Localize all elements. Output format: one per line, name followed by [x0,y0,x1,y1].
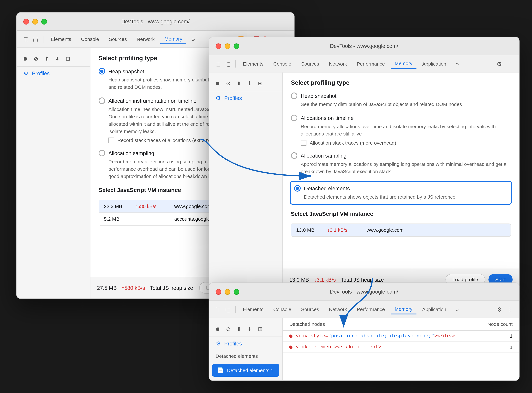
settings-icon-3[interactable]: ⚙ [495,305,503,313]
sidebar-toolbar-2: ⏺ ⊘ ⬆ ⬇ ⊞ [209,76,282,91]
alloc-checkbox-label-1: Record stack traces of allocations (extr… [117,138,216,143]
tab-sources-2[interactable]: Sources [297,59,323,68]
inspect-icon-3[interactable]: ⬚ [224,305,232,313]
tab-sources-3[interactable]: Sources [297,305,323,314]
node-count-2: 1 [510,344,513,350]
tab-elements-2[interactable]: Elements [239,59,267,68]
traffic-lights-1 [23,19,47,24]
tab-console-3[interactable]: Console [269,305,295,314]
cursor-icon-2[interactable]: ⌶ [214,59,222,68]
download-icon-3[interactable]: ⬇ [246,325,253,333]
heap-label-total-2: Total JS heap size [341,276,384,283]
profiling-title-2: Select profiling type [291,79,511,86]
alloc-label-1: Allocation instrumentation on timeline [108,98,197,104]
maximize-button-1[interactable] [41,19,47,24]
heap-rate-2: ↓3.1 kB/s [314,276,336,283]
alloc-checkbox-2[interactable] [301,140,306,146]
alloc-radio-1[interactable] [99,97,105,104]
more-icon-3[interactable]: ⋮ [506,305,514,313]
toolbar-2: ⌶ ⬚ Elements Console Sources Network Per… [209,55,519,73]
vm-size-1-1: 22.3 MB [104,203,128,209]
close-button-3[interactable] [216,289,221,295]
alloc-checkbox-1[interactable] [108,138,114,143]
tab-performance-2[interactable]: Performance [353,59,389,68]
detached-radio-row-2[interactable]: Detached elements [294,185,508,192]
minimize-button-3[interactable] [225,289,230,295]
window-2: DevTools - www.google.com/ ⌶ ⬚ Elements … [209,37,519,291]
tab-memory-3[interactable]: Memory [391,305,416,314]
inspect-icon-2[interactable]: ⬚ [224,59,232,68]
download-icon-2[interactable]: ⬇ [246,80,253,87]
tab-more-2[interactable]: » [452,59,463,68]
tab-elements-1[interactable]: Elements [47,34,75,44]
tab-sources-1[interactable]: Sources [105,34,131,44]
upload-icon-2[interactable]: ⬆ [235,80,242,87]
sidebar-item-profiles-3[interactable]: ⚙ Profiles [209,337,282,350]
toolbar-sep-1 [43,35,44,43]
tab-console-2[interactable]: Console [269,59,295,68]
toolbar-sep-3 [235,305,236,313]
vm-rate-1-1: ↑580 kB/s [135,203,168,209]
more-icon-2[interactable]: ⋮ [506,59,514,68]
upload-icon-3[interactable]: ⬆ [235,325,242,333]
window-title-3: DevTools - www.google.com/ [330,289,398,295]
tab-application-2[interactable]: Application [418,59,450,68]
minimize-button-2[interactable] [225,43,230,49]
tab-application-3[interactable]: Application [418,305,450,314]
stop-icon-1[interactable]: ⊘ [32,55,39,62]
sidebar-2: ⏺ ⊘ ⬆ ⬇ ⊞ ⚙ Profiles [209,73,283,290]
sidebar-item-profiles-2[interactable]: ⚙ Profiles [209,91,282,104]
vm-size-1-2: 5.2 MB [104,216,128,222]
detached-radio-2[interactable] [294,185,301,192]
sidebar-item-profiles-1[interactable]: ⚙ Profiles [17,67,90,80]
sampling-desc-2: Approximate memory allocations by sampli… [301,161,511,175]
record-icon-2[interactable]: ⏺ [214,80,221,87]
tab-more-1[interactable]: » [188,34,199,44]
tab-network-3[interactable]: Network [325,305,351,314]
stop-icon-3[interactable]: ⊘ [225,325,232,333]
tab-network-1[interactable]: Network [133,34,159,44]
cursor-icon-3[interactable]: ⌶ [214,305,222,313]
record-icon-3[interactable]: ⏺ [214,325,221,333]
table-row-2[interactable]: <fake-element></fake-element> 1 [283,342,519,353]
table-row-1[interactable]: <div style="position: absolute; display:… [283,331,519,342]
profiles-icon-1: ⚙ [23,70,29,76]
heap-radio-1[interactable] [99,68,105,74]
tab-network-2[interactable]: Network [325,59,351,68]
alloc-radio-row-2[interactable]: Allocations on timeline [291,115,511,121]
clear-icon-1[interactable]: ⊞ [64,55,72,62]
heap-radio-2[interactable] [291,93,297,99]
stop-icon-2[interactable]: ⊘ [225,80,232,87]
download-icon-1[interactable]: ⬇ [54,55,61,62]
tab-elements-3[interactable]: Elements [239,305,267,314]
heap-rate-1: ↑580 kB/s [122,285,145,291]
close-button-1[interactable] [23,19,29,24]
title-bar-2: DevTools - www.google.com/ [209,37,519,55]
minimize-button-1[interactable] [32,19,38,24]
alloc-radio-2[interactable] [291,115,297,121]
tab-performance-3[interactable]: Performance [353,305,389,314]
inspect-icon[interactable]: ⬚ [31,35,39,43]
close-button-2[interactable] [216,43,221,49]
sampling-label-2: Allocation sampling [301,152,347,159]
heap-radio-row-2[interactable]: Heap snapshot [291,93,511,99]
tab-memory-1[interactable]: Memory [160,34,186,44]
sampling-radio-row-2[interactable]: Allocation sampling [291,152,511,159]
vm-row-2-1[interactable]: 13.0 MB ↓3.1 kB/s www.google.com [291,224,510,236]
clear-icon-2[interactable]: ⊞ [256,80,264,87]
maximize-button-2[interactable] [234,43,239,49]
detached-item-1[interactable]: 📄 Detached elements 1 [212,364,279,377]
tab-more-3[interactable]: » [452,305,463,314]
sampling-radio-2[interactable] [291,152,297,159]
sampling-label-1: Allocation sampling [108,150,154,156]
tab-memory-2[interactable]: Memory [391,59,416,69]
maximize-button-3[interactable] [234,289,239,295]
clear-icon-3[interactable]: ⊞ [256,325,264,333]
record-icon-1[interactable]: ⏺ [22,55,29,62]
upload-icon-1[interactable]: ⬆ [43,55,50,62]
sampling-radio-1[interactable] [99,150,105,156]
tab-console-1[interactable]: Console [77,34,103,44]
cursor-icon[interactable]: ⌶ [22,35,30,43]
settings-icon-2[interactable]: ⚙ [495,59,503,68]
title-bar-3: DevTools - www.google.com/ [209,283,519,301]
